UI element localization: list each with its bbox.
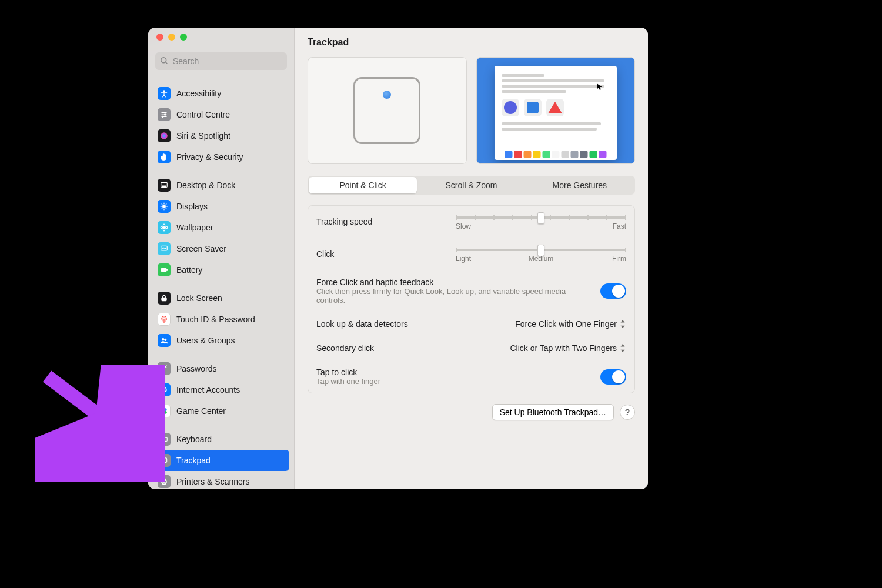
sidebar-item-label: Screen Saver bbox=[176, 240, 226, 257]
trackpad-outline-icon bbox=[353, 77, 420, 144]
sidebar-item-label: Displays bbox=[176, 198, 208, 215]
game-icon bbox=[158, 405, 171, 417]
row-lookup: Look up & data detectors Force Click wit… bbox=[308, 312, 634, 336]
sidebar-item-accessibility[interactable]: Accessibility bbox=[153, 83, 289, 104]
sidebar-item-game-center[interactable]: Game Center bbox=[153, 400, 289, 422]
tracking-speed-label: Tracking speed bbox=[316, 217, 372, 226]
sidebar-item-label: Accessibility bbox=[176, 85, 221, 102]
hand-icon bbox=[158, 151, 171, 163]
svg-point-7 bbox=[165, 114, 166, 115]
finger-icon bbox=[158, 313, 171, 326]
svg-point-22 bbox=[162, 339, 165, 341]
at-icon bbox=[158, 383, 171, 396]
main-panel: Trackpad bbox=[295, 28, 648, 489]
tracking-speed-slider[interactable]: SlowFast bbox=[456, 213, 626, 230]
tap-to-click-label: Tap to click bbox=[316, 368, 380, 377]
sidebar-nav: AccessibilityControl CentreSiri & Spotli… bbox=[148, 76, 294, 489]
sidebar-item-printers-scanners[interactable]: Printers & Scanners bbox=[153, 471, 289, 489]
sidebar-item-label: Printers & Scanners bbox=[176, 473, 250, 489]
dock-icon bbox=[158, 179, 171, 192]
lookup-label: Look up & data detectors bbox=[316, 319, 408, 329]
tabs-segmented[interactable]: Point & ClickScroll & ZoomMore Gestures bbox=[308, 176, 635, 195]
sidebar-item-control-centre[interactable]: Control Centre bbox=[153, 104, 289, 125]
sidebar-item-label: Passwords bbox=[176, 360, 216, 377]
svg-point-13 bbox=[163, 226, 165, 229]
lock-icon bbox=[158, 292, 171, 305]
svg-line-1 bbox=[165, 62, 167, 64]
sidebar-item-displays[interactable]: Displays bbox=[153, 196, 289, 217]
sidebar-item-label: Lock Screen bbox=[176, 290, 222, 306]
svg-point-0 bbox=[161, 58, 166, 63]
screensaver-icon bbox=[158, 242, 171, 255]
desktop-preview bbox=[476, 57, 636, 164]
search-field[interactable] bbox=[155, 52, 287, 70]
zoom-button[interactable] bbox=[180, 34, 187, 41]
sliders-icon bbox=[158, 108, 171, 121]
sidebar-item-desktop-dock[interactable]: Desktop & Dock bbox=[153, 175, 289, 196]
svg-point-6 bbox=[162, 112, 163, 113]
keyboard-icon bbox=[158, 433, 171, 446]
help-button[interactable]: ? bbox=[620, 405, 635, 420]
search-input[interactable] bbox=[155, 52, 287, 70]
svg-point-32 bbox=[163, 459, 165, 460]
updown-icon bbox=[619, 344, 626, 352]
users-icon bbox=[158, 334, 171, 347]
tab-scroll-zoom[interactable]: Scroll & Zoom bbox=[417, 177, 525, 193]
footer: Set Up Bluetooth Trackpad… ? bbox=[308, 404, 635, 420]
setup-bluetooth-trackpad-button[interactable]: Set Up Bluetooth Trackpad… bbox=[492, 404, 614, 420]
svg-point-27 bbox=[164, 408, 167, 411]
sidebar-item-users-groups[interactable]: Users & Groups bbox=[153, 330, 289, 351]
svg-rect-20 bbox=[167, 269, 168, 270]
printer-icon bbox=[158, 475, 171, 488]
sidebar-item-internet-accounts[interactable]: Internet Accounts bbox=[153, 379, 289, 400]
tap-to-click-toggle[interactable] bbox=[600, 369, 626, 385]
tab-more-gestures[interactable]: More Gestures bbox=[526, 177, 634, 193]
sidebar-item-screen-saver[interactable]: Screen Saver bbox=[153, 238, 289, 259]
svg-rect-19 bbox=[161, 269, 166, 272]
sidebar-item-label: Game Center bbox=[176, 403, 226, 419]
sidebar-item-privacy-security[interactable]: Privacy & Security bbox=[153, 146, 289, 168]
sidebar-item-label: Desktop & Dock bbox=[176, 177, 235, 193]
row-click: Click LightMediumFirm bbox=[308, 238, 634, 270]
sidebar-item-battery[interactable]: Battery bbox=[153, 259, 289, 280]
sidebar-item-touch-id-password[interactable]: Touch ID & Password bbox=[153, 309, 289, 330]
close-button[interactable] bbox=[156, 34, 163, 41]
row-tap-to-click: Tap to click Tap with one finger bbox=[308, 360, 634, 393]
sidebar-item-trackpad[interactable]: Trackpad bbox=[153, 450, 289, 471]
sidebar-item-lock-screen[interactable]: Lock Screen bbox=[153, 288, 289, 309]
sidebar-item-label: Users & Groups bbox=[176, 332, 235, 349]
trackpad-icon bbox=[158, 454, 171, 467]
svg-point-16 bbox=[161, 226, 163, 229]
minimize-button[interactable] bbox=[168, 34, 175, 41]
click-slider[interactable]: LightMediumFirm bbox=[456, 245, 626, 263]
svg-point-15 bbox=[163, 229, 165, 231]
sidebar-item-label: Internet Accounts bbox=[176, 382, 240, 398]
search-icon bbox=[160, 56, 169, 65]
preview-row bbox=[308, 57, 635, 164]
row-force-click: Force Click and haptic feedback Click th… bbox=[308, 270, 634, 312]
click-label: Click bbox=[316, 249, 334, 259]
tab-point-click[interactable]: Point & Click bbox=[309, 177, 417, 193]
svg-point-8 bbox=[162, 116, 163, 117]
sidebar-item-siri-spotlight[interactable]: Siri & Spotlight bbox=[153, 125, 289, 146]
tap-to-click-desc: Tap with one finger bbox=[316, 377, 380, 386]
battery-icon bbox=[158, 263, 171, 276]
sun-icon bbox=[158, 200, 171, 213]
svg-point-23 bbox=[165, 339, 166, 340]
siri-icon bbox=[158, 129, 171, 142]
sidebar-item-wallpaper[interactable]: Wallpaper bbox=[153, 217, 289, 238]
key-icon bbox=[158, 362, 171, 375]
sidebar-item-label: Wallpaper bbox=[176, 219, 213, 236]
force-click-label: Force Click and haptic feedback bbox=[316, 278, 569, 287]
force-click-toggle[interactable] bbox=[600, 283, 626, 299]
svg-rect-34 bbox=[163, 479, 166, 480]
row-tracking-speed: Tracking speed SlowFast bbox=[308, 206, 634, 238]
flower-icon bbox=[158, 221, 171, 234]
updown-icon bbox=[619, 320, 626, 328]
sidebar-item-passwords[interactable]: Passwords bbox=[153, 358, 289, 379]
svg-point-26 bbox=[161, 408, 164, 411]
sidebar-item-label: Keyboard bbox=[176, 431, 212, 447]
lookup-popup[interactable]: Force Click with One Finger bbox=[515, 319, 626, 329]
sidebar-item-keyboard[interactable]: Keyboard bbox=[153, 429, 289, 450]
secondary-click-popup[interactable]: Click or Tap with Two Fingers bbox=[510, 343, 626, 353]
